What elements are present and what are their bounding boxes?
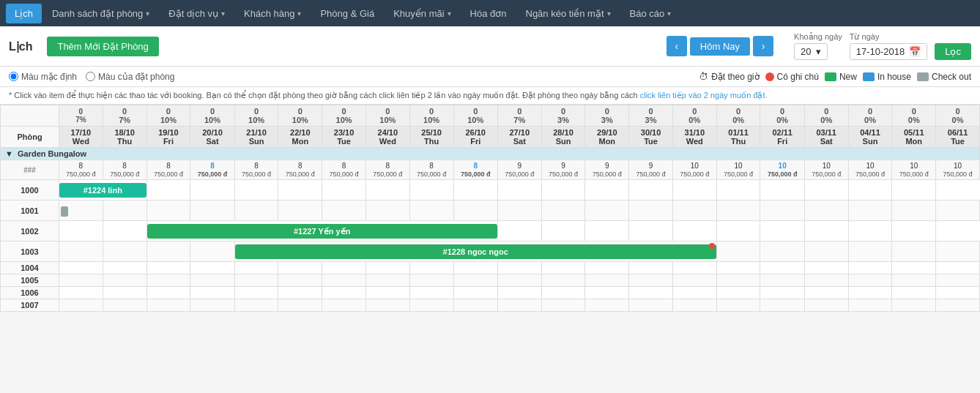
booking-cell[interactable]: #1227 Yến yến [146, 221, 497, 242]
date-header-row: Phòng 17/10Wed 18/10Thu 19/10Fri 20/10Sa… [1, 127, 980, 148]
pct-header-row: 07% 07% 010% 010% 010% 010% 010% 010% 01… [1, 105, 980, 127]
chevron-down-icon: ▾ [448, 10, 451, 18]
booking-bar[interactable]: #1227 Yến yến [147, 224, 497, 239]
room-number: 1000 [1, 180, 59, 201]
room-group-row: ▼ Garden Bungalow [1, 148, 980, 160]
nav-item-hoadon[interactable]: Hóa đơn [461, 4, 516, 23]
nav-item-baocao[interactable]: Báo cáo ▾ [621, 4, 680, 23]
nav-item-khuyenmai[interactable]: Khuyến mãi ▾ [385, 4, 459, 23]
table-row: 1000 #1224 linh [1, 180, 980, 201]
page-title: Lịch [9, 40, 32, 53]
filter-section: Màu mặc định Màu của đặt phòng ⏱ Đặt the… [0, 67, 980, 87]
next-date-button[interactable]: › [753, 36, 773, 56]
group-label: Garden Bungalow [18, 149, 86, 158]
chevron-down-icon: ▾ [607, 10, 611, 18]
table-row: 1006 [1, 287, 980, 299]
chevron-down-icon: ▾ [816, 46, 821, 57]
tungay-label: Từ ngày [850, 32, 880, 42]
nav-item-phong[interactable]: Phòng & Giá [311, 4, 383, 23]
table-row: 1007 [1, 299, 980, 312]
inhouse-box-legend [863, 72, 875, 81]
date-input[interactable]: 17-10-2018 📅 [850, 43, 928, 60]
clock-icon: ⏱ [699, 71, 708, 82]
prev-date-button[interactable]: ‹ [667, 36, 687, 56]
drag-handle[interactable] [61, 206, 68, 217]
add-booking-button[interactable]: Thêm Mới Đặt Phòng [47, 37, 158, 56]
red-dot-legend [765, 72, 774, 81]
room-col-date: Phòng [1, 127, 59, 148]
info-row: * Click vào item để thực hiện các thao t… [0, 87, 980, 105]
checkout-box-legend [917, 72, 929, 81]
legend-clock: ⏱ Đặt theo giờ [699, 71, 759, 82]
nav-item-lich[interactable]: Lịch [6, 4, 42, 23]
booking-bar[interactable]: #1228 ngoc ngoc [235, 244, 716, 259]
legend-checkout: Check out [917, 72, 971, 82]
radio-group: Màu mặc định Màu của đặt phòng [9, 72, 174, 82]
info-link[interactable]: click liên tiếp vào 2 ngày muốn đặt. [640, 91, 768, 100]
room-number: 1005 [1, 274, 59, 287]
room-col-header [1, 105, 59, 127]
legend: ⏱ Đặt theo giờ Có ghi chú New In house C… [699, 71, 971, 82]
room-price-label: ### [1, 160, 59, 180]
radio-default[interactable]: Màu mặc định [9, 72, 77, 82]
today-button[interactable]: Hôm Nay [690, 37, 750, 56]
room-number: 1001 [1, 201, 59, 221]
khoang-select[interactable]: 20 ▾ [794, 43, 827, 60]
red-dot-indicator [709, 243, 715, 249]
room-number: 1003 [1, 242, 59, 262]
calendar-table: 07% 07% 010% 010% 010% 010% 010% 010% 01… [0, 105, 980, 312]
room-number: 1002 [1, 221, 59, 242]
room-number: 1004 [1, 262, 59, 274]
calendar-wrapper: 07% 07% 010% 010% 010% 010% 010% 010% 01… [0, 105, 980, 312]
booking-cell[interactable]: #1228 ngoc ngoc [234, 242, 716, 262]
khoang-label: Khoảng ngày [794, 32, 842, 42]
room-number: 1006 [1, 287, 59, 299]
date-nav-controls: ‹ Hôm Nay › [667, 36, 773, 56]
table-row: 1001 [1, 201, 980, 221]
new-box-legend [825, 72, 836, 81]
booking-cell[interactable]: #1224 linh [59, 180, 147, 201]
nav-item-ngankeo[interactable]: Ngăn kéo tiền mặt ▾ [517, 4, 620, 23]
booking-bar[interactable]: #1224 linh [59, 183, 146, 198]
booking-cell[interactable] [59, 201, 103, 221]
nav-item-danhsach[interactable]: Danh sách đặt phòng ▾ [43, 4, 158, 23]
nav-bar: Lịch Danh sách đặt phòng ▾ Đặt dịch vụ ▾… [0, 0, 980, 26]
room-number: 1007 [1, 299, 59, 312]
legend-red: Có ghi chú [765, 72, 819, 82]
calendar-icon[interactable]: 📅 [909, 46, 921, 57]
chevron-down-icon: ▾ [221, 10, 225, 18]
table-row: 1005 [1, 274, 980, 287]
table-row: 1002 #1227 Yến yến [1, 221, 980, 242]
legend-new: New [825, 72, 857, 82]
price-row: ### 8750,000 đ 8750,000 đ 8750,000 đ 875… [1, 160, 980, 180]
chevron-down-icon: ▾ [297, 10, 301, 18]
nav-item-khachhang[interactable]: Khách hàng ▾ [235, 4, 310, 23]
chevron-down-icon: ▾ [146, 10, 149, 18]
table-row: 1003 #1228 ngoc ngoc [1, 242, 980, 262]
toolbar: Lịch Thêm Mới Đặt Phòng ‹ Hôm Nay › Khoả… [0, 26, 980, 67]
table-row: 1004 [1, 262, 980, 274]
group-expand-icon[interactable]: ▼ [5, 149, 13, 158]
legend-inhouse: In house [863, 72, 911, 82]
radio-booking-color[interactable]: Màu của đặt phòng [86, 72, 174, 82]
filter-button[interactable]: Lọc [935, 43, 971, 60]
chevron-down-icon: ▾ [667, 10, 671, 18]
nav-item-datdichvu[interactable]: Đặt dịch vụ ▾ [160, 4, 234, 23]
